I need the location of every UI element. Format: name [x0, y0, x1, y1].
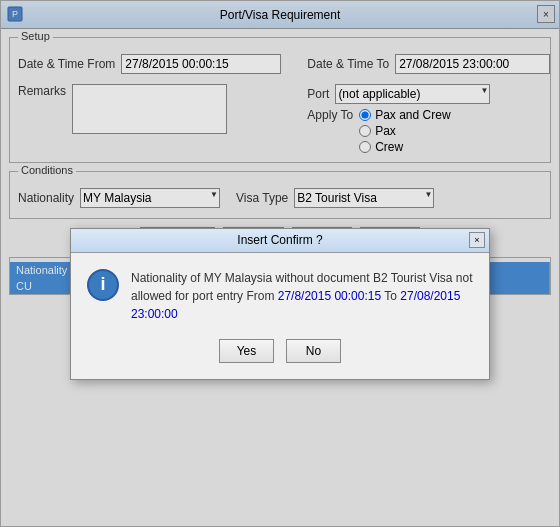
modal-window: Insert Confirm ? × i Nationality of MY M…	[70, 228, 490, 380]
info-icon: i	[87, 269, 119, 301]
main-window: P Port/Visa Requirement × Setup Date & T…	[0, 0, 560, 527]
modal-title-bar: Insert Confirm ? ×	[71, 229, 489, 253]
modal-message-area: i Nationality of MY Malaysia without doc…	[87, 269, 473, 323]
modal-message-text: Nationality of MY Malaysia without docum…	[131, 269, 473, 323]
modal-overlay: Insert Confirm ? × i Nationality of MY M…	[1, 1, 559, 526]
yes-button[interactable]: Yes	[219, 339, 274, 363]
modal-highlight1: 27/8/2015 00:00:15	[278, 289, 381, 303]
modal-title: Insert Confirm ?	[237, 233, 322, 247]
no-button[interactable]: No	[286, 339, 341, 363]
modal-part2: To	[381, 289, 400, 303]
modal-close-button[interactable]: ×	[469, 232, 485, 248]
modal-buttons: Yes No	[87, 339, 473, 363]
modal-content: i Nationality of MY Malaysia without doc…	[71, 253, 489, 379]
